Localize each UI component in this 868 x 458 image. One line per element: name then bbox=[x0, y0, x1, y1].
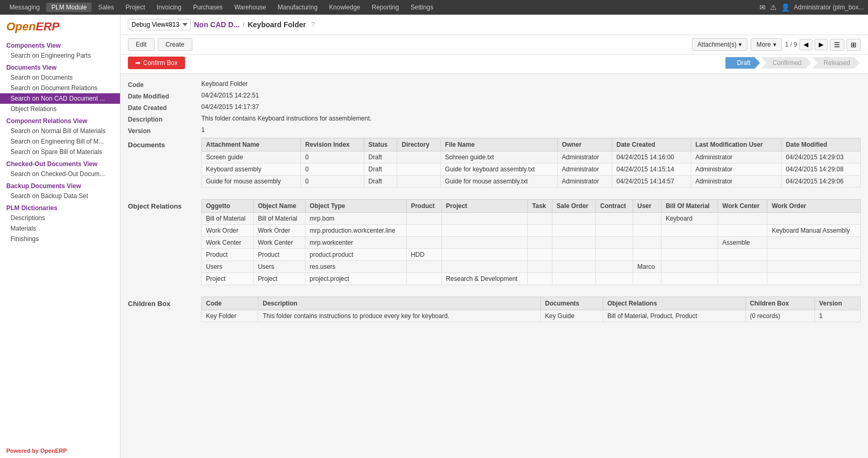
table-cell bbox=[633, 225, 661, 237]
nav-item-invoicing[interactable]: Invoicing bbox=[151, 3, 187, 12]
breadcrumb-help[interactable]: ? bbox=[311, 21, 315, 28]
top-nav-right: ✉ ⚠ 👤 Administrator (plm_box... bbox=[760, 3, 864, 12]
debug-view-select[interactable]: Debug View#813 bbox=[128, 19, 191, 30]
table-row[interactable]: Key FolderThis folder contains instructi… bbox=[202, 310, 861, 322]
table-cell: Administrator bbox=[558, 163, 612, 176]
grid-view-button[interactable]: ⊞ bbox=[847, 39, 861, 51]
table-cell: Keyboard Manual Assembly bbox=[767, 225, 861, 237]
field-label: Description bbox=[128, 115, 201, 123]
alert-icon[interactable]: ⚠ bbox=[770, 3, 777, 12]
nav-item-settings[interactable]: Settings bbox=[405, 3, 438, 12]
col-object-type: Object Type bbox=[305, 200, 406, 213]
more-button[interactable]: More ▾ bbox=[751, 38, 782, 51]
table-row[interactable]: Work CenterWork Centermrp.workcenterAsse… bbox=[202, 237, 861, 249]
create-button[interactable]: Create bbox=[158, 38, 192, 51]
table-cell bbox=[406, 213, 441, 225]
prev-page-button[interactable]: ◀ bbox=[799, 39, 812, 50]
sidebar-section-1[interactable]: Documents View bbox=[0, 61, 120, 72]
table-cell bbox=[767, 261, 861, 273]
sidebar-section-3[interactable]: Checked-Out Documents View bbox=[0, 157, 120, 169]
sidebar-logo: OpenERP bbox=[0, 15, 120, 39]
field-label: Date Created bbox=[128, 103, 201, 112]
table-cell: Work Order bbox=[202, 225, 254, 237]
documents-section: Documents Attachment NameRevision IndexS… bbox=[128, 138, 861, 193]
sidebar-item-2-0[interactable]: Search on Normal Bill of Materials bbox=[0, 126, 120, 136]
sidebar-item-4-0[interactable]: Search on Backup Data Set bbox=[0, 191, 120, 201]
table-cell bbox=[397, 163, 441, 176]
sidebar-section-4[interactable]: Backup Documents View bbox=[0, 179, 120, 191]
email-icon[interactable]: ✉ bbox=[760, 3, 766, 12]
table-cell bbox=[767, 249, 861, 261]
nav-item-project[interactable]: Project bbox=[120, 3, 150, 12]
sidebar-item-1-1[interactable]: Search on Document Relations bbox=[0, 83, 120, 93]
sidebar-item-1-3[interactable]: Object Relations bbox=[0, 104, 120, 114]
sidebar-item-5-2[interactable]: Finishings bbox=[0, 234, 120, 244]
table-cell: 04/24/2015 14:14:57 bbox=[612, 176, 691, 188]
table-cell: Users bbox=[202, 261, 254, 273]
col-code: Code bbox=[202, 297, 258, 310]
table-cell bbox=[552, 249, 595, 261]
col-description: Description bbox=[258, 297, 541, 310]
nav-items: MessagingPLM ModuleSalesProjectInvoicing… bbox=[4, 3, 439, 12]
table-cell: res.users bbox=[305, 261, 406, 273]
table-row[interactable]: Guide for mouse assembly0DraftGuide for … bbox=[202, 176, 861, 188]
nav-item-knowledge[interactable]: Knowledge bbox=[324, 3, 365, 12]
table-cell bbox=[661, 237, 718, 249]
nav-item-sales[interactable]: Sales bbox=[93, 3, 119, 12]
sidebar-item-5-0[interactable]: Descriptions bbox=[0, 213, 120, 223]
table-cell bbox=[661, 249, 718, 261]
table-row[interactable]: Screen guide0DraftSchreen guide.txtAdmin… bbox=[202, 151, 861, 163]
col-owner: Owner bbox=[558, 138, 612, 151]
table-row[interactable]: Keyboard assembly0DraftGuide for keyboar… bbox=[202, 163, 861, 176]
user-label: Administrator (plm_box... bbox=[794, 4, 864, 11]
table-cell: HDD bbox=[406, 249, 441, 261]
attachment-button[interactable]: Attachment(s) ▾ bbox=[692, 38, 748, 51]
table-cell bbox=[661, 261, 718, 273]
user-icon[interactable]: 👤 bbox=[781, 3, 790, 12]
next-page-button[interactable]: ▶ bbox=[815, 39, 828, 50]
nav-item-reporting[interactable]: Reporting bbox=[366, 3, 404, 12]
list-view-button[interactable]: ☰ bbox=[830, 39, 844, 51]
table-cell bbox=[441, 237, 528, 249]
table-cell bbox=[718, 261, 767, 273]
more-label: More bbox=[756, 41, 771, 48]
table-cell bbox=[718, 273, 767, 285]
nav-item-manufacturing[interactable]: Manufacturing bbox=[273, 3, 323, 12]
sidebar-item-2-1[interactable]: Search on Engineering Bill of M... bbox=[0, 136, 120, 147]
sidebar-section-0[interactable]: Components View bbox=[0, 39, 120, 50]
object-relations-label: Object Relations bbox=[128, 199, 201, 290]
children-box-table-header: CodeDescriptionDocumentsObject Relations… bbox=[202, 297, 861, 310]
table-row[interactable]: UsersUsersres.usersMarco bbox=[202, 261, 861, 273]
table-cell bbox=[633, 249, 661, 261]
sidebar-section-2[interactable]: Component Relations View bbox=[0, 114, 120, 126]
children-box-table: CodeDescriptionDocumentsObject Relations… bbox=[201, 297, 861, 322]
table-row[interactable]: Bill of MaterialBill of Materialmrp.bomK… bbox=[202, 213, 861, 225]
form-row-version: Version 1 bbox=[128, 126, 861, 135]
breadcrumb-parent[interactable]: Non CAD D... bbox=[194, 20, 240, 29]
table-cell bbox=[718, 225, 767, 237]
sidebar-item-0-0[interactable]: Search on Engineering Parts bbox=[0, 50, 120, 61]
table-cell: Product bbox=[202, 249, 254, 261]
confirm-box-button[interactable]: ➡ Confirm Box bbox=[128, 57, 185, 69]
edit-button[interactable]: Edit bbox=[128, 38, 155, 51]
sidebar-item-1-2[interactable]: Search on Non CAD Document ... bbox=[0, 93, 120, 104]
sidebar-sections: Components ViewSearch on Engineering Par… bbox=[0, 39, 120, 244]
table-row[interactable]: ProjectProjectproject.projectResearch & … bbox=[202, 273, 861, 285]
sidebar-item-2-2[interactable]: Search on Spare Bill of Materials bbox=[0, 147, 120, 157]
table-cell bbox=[595, 213, 633, 225]
nav-item-plm-module[interactable]: PLM Module bbox=[46, 3, 92, 12]
table-row[interactable]: Work OrderWork Ordermrp.production.workc… bbox=[202, 225, 861, 237]
col-children-box: Children Box bbox=[745, 297, 815, 310]
sidebar-item-3-0[interactable]: Search on Checked-Out Docum... bbox=[0, 169, 120, 179]
col-product: Product bbox=[406, 200, 441, 213]
sidebar-section-5[interactable]: PLM Dictionaries bbox=[0, 201, 120, 213]
sidebar-item-5-1[interactable]: Materials bbox=[0, 223, 120, 234]
table-row[interactable]: ProductProductproduct.productHDD bbox=[202, 249, 861, 261]
nav-item-messaging[interactable]: Messaging bbox=[4, 3, 45, 12]
sidebar-item-1-0[interactable]: Search on Documents bbox=[0, 72, 120, 83]
nav-item-warehouse[interactable]: Warehouse bbox=[229, 3, 272, 12]
table-cell: 0 bbox=[301, 176, 364, 188]
nav-item-purchases[interactable]: Purchases bbox=[188, 3, 228, 12]
table-cell bbox=[406, 225, 441, 237]
table-cell: Assemble bbox=[718, 237, 767, 249]
